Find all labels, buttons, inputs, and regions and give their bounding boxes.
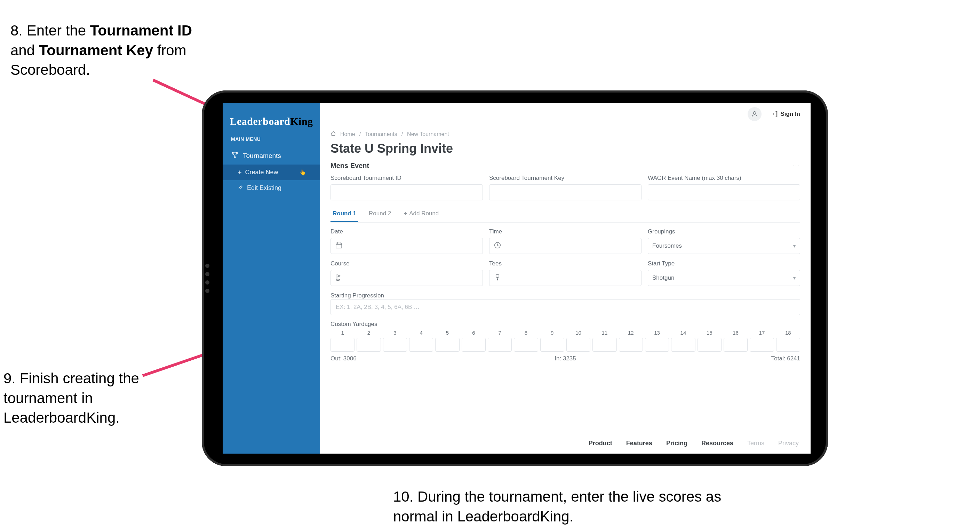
sidebar-item-label: Edit Existing — [247, 185, 282, 192]
hole-number: 8 — [525, 330, 527, 336]
callout-step-10: 10. During the tournament, enter the liv… — [393, 487, 762, 526]
clock-icon — [494, 241, 501, 251]
yardage-input[interactable] — [645, 338, 669, 352]
scoreboard-key-input[interactable] — [489, 185, 641, 201]
breadcrumb-home[interactable]: Home — [340, 131, 355, 137]
footer-features[interactable]: Features — [626, 440, 652, 447]
footer-resources[interactable]: Resources — [702, 440, 733, 447]
tablet-side-buttons — [205, 264, 209, 293]
hole-number: 16 — [733, 330, 738, 336]
yardage-input[interactable] — [409, 338, 433, 352]
cursor-hand-icon: 👆 — [299, 169, 306, 176]
hole-number: 18 — [785, 330, 791, 336]
footer-terms[interactable]: Terms — [747, 440, 764, 447]
yardage-input[interactable] — [592, 338, 616, 352]
callout-step-8: 8. Enter the Tournament ID and Tournamen… — [10, 21, 198, 80]
time-input[interactable] — [489, 238, 641, 254]
hole-number: 3 — [393, 330, 396, 336]
sidebar-item-create-new[interactable]: + Create New 👆 — [223, 164, 320, 180]
footer: Product Features Pricing Resources Terms… — [320, 433, 811, 454]
groupings-value: Foursomes — [652, 242, 682, 249]
yardage-input[interactable] — [724, 338, 748, 352]
yardage-column: 9 — [540, 330, 564, 352]
svg-point-2 — [754, 111, 756, 114]
yardage-input[interactable] — [697, 338, 722, 352]
add-round-button[interactable]: + Add Round — [401, 207, 441, 222]
yardage-column: 7 — [488, 330, 512, 352]
sidebar-item-label: Tournaments — [243, 152, 281, 160]
hole-number: 14 — [681, 330, 686, 336]
tab-round-1[interactable]: Round 1 — [331, 207, 358, 222]
start-type-select[interactable]: Shotgun ▾ — [648, 270, 800, 286]
yardage-input[interactable] — [671, 338, 695, 352]
main-menu-label: MAIN MENU — [223, 136, 320, 147]
flag-icon — [335, 274, 343, 283]
sidebar-item-tournaments[interactable]: Tournaments — [223, 147, 320, 164]
yardage-input[interactable] — [331, 338, 355, 352]
breadcrumb: Home / Tournaments / New Tournament — [331, 131, 800, 138]
yardage-column: 2 — [356, 330, 380, 352]
yardage-input[interactable] — [488, 338, 512, 352]
page-title: State U Spring Invite — [331, 141, 800, 156]
footer-privacy[interactable]: Privacy — [778, 440, 799, 447]
round-tabs: Round 1 Round 2 + Add Round — [331, 207, 800, 223]
yardage-column: 16 — [724, 330, 748, 352]
starting-progression-input[interactable]: EX: 1, 2A, 2B, 3, 4, 5, 6A, 6B … — [331, 299, 800, 315]
tees-label: Tees — [489, 260, 641, 267]
app-logo: LeaderboardKing — [223, 108, 320, 136]
yardage-input[interactable] — [750, 338, 774, 352]
yardage-column: 18 — [776, 330, 800, 352]
tees-input[interactable] — [489, 270, 641, 286]
yardage-input[interactable] — [435, 338, 459, 352]
sidebar-item-edit-existing[interactable]: Edit Existing — [223, 180, 320, 196]
yardage-column: 4 — [409, 330, 433, 352]
yardage-column: 8 — [514, 330, 538, 352]
custom-yardages-label: Custom Yardages — [331, 321, 800, 328]
yardage-input[interactable] — [461, 338, 486, 352]
start-type-label: Start Type — [648, 260, 800, 267]
yardage-input[interactable] — [566, 338, 590, 352]
yardage-input[interactable] — [356, 338, 380, 352]
yardage-input[interactable] — [776, 338, 800, 352]
yardage-grid: 123456789101112131415161718 — [331, 330, 800, 352]
breadcrumb-tournaments[interactable]: Tournaments — [365, 131, 397, 137]
sign-in-button[interactable]: →] Sign In — [769, 110, 800, 118]
section-title: Mens Event — [331, 162, 369, 170]
wagr-input[interactable] — [648, 185, 800, 201]
scoreboard-id-label: Scoreboard Tournament ID — [331, 175, 483, 182]
scoreboard-id-input[interactable] — [331, 185, 483, 201]
tee-icon — [494, 274, 501, 283]
hole-number: 9 — [551, 330, 554, 336]
sidebar: LeaderboardKing MAIN MENU Tournaments + … — [223, 103, 320, 454]
chevron-down-icon: ▾ — [793, 243, 795, 249]
yardage-column: 6 — [461, 330, 486, 352]
hole-number: 7 — [498, 330, 501, 336]
content: Home / Tournaments / New Tournament Stat… — [320, 125, 811, 433]
section-menu-button[interactable]: ⋯ — [792, 161, 800, 170]
yardage-column: 14 — [671, 330, 695, 352]
yardage-input[interactable] — [540, 338, 564, 352]
tab-round-2[interactable]: Round 2 — [367, 207, 393, 222]
sign-in-label: Sign In — [780, 111, 800, 118]
footer-pricing[interactable]: Pricing — [666, 440, 687, 447]
yardage-input[interactable] — [619, 338, 643, 352]
hole-number: 5 — [446, 330, 449, 336]
groupings-label: Groupings — [648, 228, 800, 235]
date-input[interactable] — [331, 238, 483, 254]
starting-progression-label: Starting Progression — [331, 292, 800, 299]
yardage-column: 10 — [566, 330, 590, 352]
avatar[interactable] — [748, 107, 762, 121]
yardage-summary: Out: 3006 In: 3235 Total: 6241 — [331, 355, 800, 362]
yardage-column: 12 — [619, 330, 643, 352]
yardage-input[interactable] — [383, 338, 407, 352]
breadcrumb-new-tournament[interactable]: New Tournament — [407, 131, 449, 137]
hole-number: 11 — [602, 330, 608, 336]
hole-number: 6 — [472, 330, 475, 336]
course-input[interactable] — [331, 270, 483, 286]
hole-number: 15 — [706, 330, 713, 336]
yardage-input[interactable] — [514, 338, 538, 352]
footer-product[interactable]: Product — [589, 440, 612, 447]
groupings-select[interactable]: Foursomes ▾ — [648, 238, 800, 254]
start-type-value: Shotgun — [652, 274, 674, 282]
plus-icon: + — [238, 169, 242, 176]
